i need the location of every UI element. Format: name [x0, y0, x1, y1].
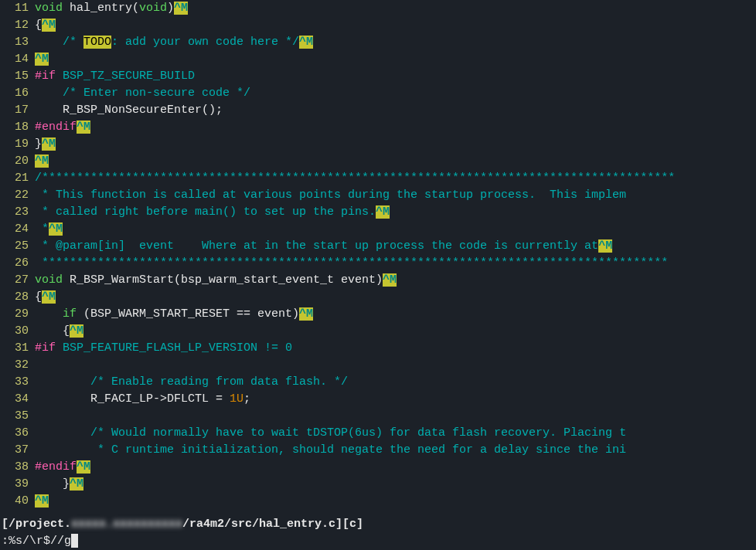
line-content[interactable]: void hal_entry(void)^M [35, 0, 756, 17]
line-number: 18 [0, 119, 35, 136]
code-line[interactable]: 17 R_BSP_NonSecureEnter(); [0, 102, 756, 119]
line-content[interactable]: #endif^M [35, 459, 756, 476]
status-path-suffix: /ra4m2/src/hal_entry.c][c] [182, 518, 363, 531]
line-content[interactable]: {^M [35, 17, 756, 34]
line-number: 19 [0, 136, 35, 153]
line-number: 25 [0, 238, 35, 255]
line-content[interactable]: * called right before main() to set up t… [35, 204, 756, 221]
code-line[interactable]: 35 [0, 408, 756, 425]
code-line[interactable]: 22 * This function is called at various … [0, 187, 756, 204]
line-content[interactable]: ^M [35, 51, 756, 68]
line-number: 23 [0, 204, 35, 221]
line-content[interactable]: #if BSP_FEATURE_FLASH_LP_VERSION != 0 [35, 340, 756, 357]
status-path-prefix: [/project. [2, 518, 71, 531]
code-line[interactable]: 21/*************************************… [0, 170, 756, 187]
code-line[interactable]: 19}^M [0, 136, 756, 153]
line-content[interactable]: ^M [35, 153, 756, 170]
line-content[interactable]: * C runtime initialization, should negat… [35, 442, 756, 459]
line-number: 29 [0, 306, 35, 323]
code-line[interactable]: 34 R_FACI_LP->DFLCTL = 1U; [0, 391, 756, 408]
code-line[interactable]: 12{^M [0, 17, 756, 34]
line-number: 38 [0, 459, 35, 476]
line-number: 24 [0, 221, 35, 238]
line-content[interactable]: }^M [35, 136, 756, 153]
line-content[interactable]: ****************************************… [35, 255, 756, 272]
line-number: 13 [0, 34, 35, 51]
line-number: 22 [0, 187, 35, 204]
line-content[interactable]: {^M [35, 323, 756, 340]
line-content[interactable]: {^M [35, 289, 756, 306]
code-line[interactable]: 14^M [0, 51, 756, 68]
code-line[interactable]: 32 [0, 357, 756, 374]
line-content[interactable]: /* TODO: add your own code here */^M [35, 34, 756, 51]
line-content[interactable]: #if BSP_TZ_SECURE_BUILD [35, 68, 756, 85]
line-content[interactable]: R_FACI_LP->DFLCTL = 1U; [35, 391, 756, 408]
code-line[interactable]: 33 /* Enable reading from data flash. */ [0, 374, 756, 391]
code-line[interactable]: 39 }^M [0, 476, 756, 493]
code-line[interactable]: 37 * C runtime initialization, should ne… [0, 442, 756, 459]
line-number: 16 [0, 85, 35, 102]
code-editor[interactable]: 11void hal_entry(void)^M12{^M13 /* TODO:… [0, 0, 756, 510]
code-line[interactable]: 29 if (BSP_WARM_START_RESET == event)^M [0, 306, 756, 323]
line-content[interactable]: ^M [35, 493, 756, 510]
code-line[interactable]: 16 /* Enter non-secure code */ [0, 85, 756, 102]
line-content[interactable]: /* Enable reading from data flash. */ [35, 374, 756, 391]
line-content[interactable]: * @param[in] event Where at in the start… [35, 238, 756, 255]
line-content[interactable]: * This function is called at various poi… [35, 187, 756, 204]
line-number: 12 [0, 17, 35, 34]
line-number: 36 [0, 425, 35, 442]
line-content[interactable]: R_BSP_NonSecureEnter(); [35, 102, 756, 119]
line-number: 33 [0, 374, 35, 391]
line-number: 27 [0, 272, 35, 289]
code-line[interactable]: 15#if BSP_TZ_SECURE_BUILD [0, 68, 756, 85]
line-number: 26 [0, 255, 35, 272]
line-number: 40 [0, 493, 35, 510]
command-text: :%s/\r$//g [2, 535, 71, 548]
line-number: 21 [0, 170, 35, 187]
code-line[interactable]: 26 *************************************… [0, 255, 756, 272]
line-content[interactable]: /* Would normally have to wait tDSTOP(6u… [35, 425, 756, 442]
code-line[interactable]: 28{^M [0, 289, 756, 306]
code-line[interactable]: 24 *^M [0, 221, 756, 238]
line-number: 31 [0, 340, 35, 357]
line-number: 35 [0, 408, 35, 425]
code-line[interactable]: 31#if BSP_FEATURE_FLASH_LP_VERSION != 0 [0, 340, 756, 357]
code-line[interactable]: 20^M [0, 153, 756, 170]
line-number: 17 [0, 102, 35, 119]
line-number: 15 [0, 68, 35, 85]
code-line[interactable]: 27void R_BSP_WarmStart(bsp_warm_start_ev… [0, 272, 756, 289]
code-line[interactable]: 30 {^M [0, 323, 756, 340]
line-number: 14 [0, 51, 35, 68]
line-content[interactable]: /***************************************… [35, 170, 756, 187]
line-number: 28 [0, 289, 35, 306]
line-number: 11 [0, 0, 35, 17]
line-content[interactable]: /* Enter non-secure code */ [35, 85, 756, 102]
line-content[interactable]: *^M [35, 221, 756, 238]
line-number: 37 [0, 442, 35, 459]
status-bar: [/project.xxxxx.xxxxxxxxxx/ra4m2/src/hal… [0, 516, 756, 533]
line-number: 34 [0, 391, 35, 408]
code-line[interactable]: 13 /* TODO: add your own code here */^M [0, 34, 756, 51]
line-content[interactable]: }^M [35, 476, 756, 493]
line-content[interactable]: if (BSP_WARM_START_RESET == event)^M [35, 306, 756, 323]
line-number: 20 [0, 153, 35, 170]
line-number: 39 [0, 476, 35, 493]
line-number: 30 [0, 323, 35, 340]
code-line[interactable]: 18#endif^M [0, 119, 756, 136]
code-line[interactable]: 36 /* Would normally have to wait tDSTOP… [0, 425, 756, 442]
command-line[interactable]: :%s/\r$//g [0, 533, 756, 550]
status-path-blurred: xxxxx.xxxxxxxxxx [71, 518, 182, 531]
code-line[interactable]: 11void hal_entry(void)^M [0, 0, 756, 17]
code-line[interactable]: 40^M [0, 493, 756, 510]
line-content[interactable] [35, 408, 756, 425]
code-line[interactable]: 38#endif^M [0, 459, 756, 476]
line-content[interactable]: void R_BSP_WarmStart(bsp_warm_start_even… [35, 272, 756, 289]
line-content[interactable]: #endif^M [35, 119, 756, 136]
line-number: 32 [0, 357, 35, 374]
code-line[interactable]: 25 * @param[in] event Where at in the st… [0, 238, 756, 255]
code-line[interactable]: 23 * called right before main() to set u… [0, 204, 756, 221]
line-content[interactable] [35, 357, 756, 374]
cursor [71, 534, 78, 548]
